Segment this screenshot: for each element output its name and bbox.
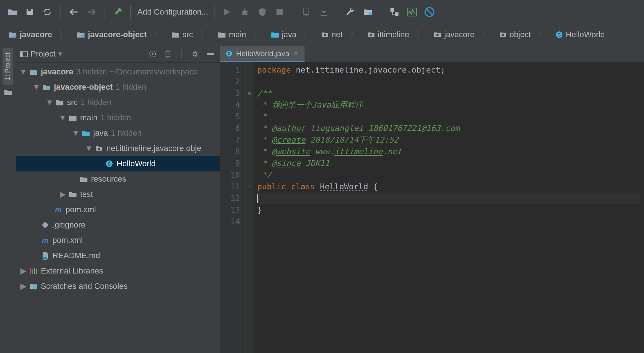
tree-external-libraries[interactable]: ▶ External Libraries — [16, 263, 220, 279]
svg-rect-22 — [207, 53, 214, 55]
power-save-icon[interactable] — [421, 4, 437, 20]
crumb-label: java — [282, 30, 297, 39]
sync-icon[interactable] — [39, 4, 55, 20]
gear-icon[interactable] — [190, 49, 201, 59]
tree-pom-module[interactable]: m pom.xml — [16, 202, 220, 217]
monitor-icon[interactable] — [404, 4, 420, 20]
svg-rect-4 — [390, 8, 394, 12]
svg-rect-23 — [34, 72, 36, 74]
project-tool-tab[interactable]: 1: Project — [3, 48, 13, 85]
project-panel: Project ▾ ▼ javacore 3 hidden ~/Document… — [16, 45, 220, 353]
crumb-helloworld[interactable]: CHelloWorld — [552, 28, 608, 41]
close-icon[interactable]: ✕ — [293, 50, 299, 58]
tree-package[interactable]: ▼ net.ittimeline.javacore.obje — [16, 141, 220, 156]
back-icon[interactable] — [66, 4, 82, 20]
tree-helloworld[interactable]: C HelloWorld — [16, 156, 220, 171]
svg-point-35 — [34, 286, 37, 290]
project-panel-header: Project ▾ — [16, 45, 220, 63]
chevron-down-icon[interactable]: ▼ — [73, 128, 79, 138]
attach-icon[interactable] — [298, 4, 314, 20]
crumb-javacore-object[interactable]: javacore-object〉 — [73, 27, 166, 42]
svg-text:MD: MD — [43, 257, 47, 260]
chevron-down-icon[interactable]: ▼ — [60, 113, 66, 123]
build-icon[interactable] — [110, 4, 126, 20]
svg-rect-31 — [30, 268, 31, 274]
svg-point-21 — [194, 53, 197, 55]
code-content[interactable]: package net.ittimeline.javacore.object; … — [254, 62, 644, 353]
forward-icon[interactable] — [83, 4, 99, 20]
svg-rect-20 — [165, 54, 170, 54]
chevron-down-icon[interactable]: ▼ — [86, 144, 92, 153]
project-view-selector[interactable]: Project ▾ — [20, 49, 62, 59]
svg-rect-8 — [13, 35, 16, 37]
crumb-javacore-pkg[interactable]: javacore〉 — [430, 27, 494, 42]
tree-java[interactable]: ▼ java 1 hidden — [16, 125, 220, 141]
editor-tabs: C HelloWorld.java ✕ — [220, 45, 644, 62]
tree-main[interactable]: ▼ main 1 hidden — [16, 110, 220, 125]
code-editor[interactable]: 1234567891011121314 ⊟ ⊟ package net.itti… — [220, 62, 644, 353]
svg-rect-32 — [32, 269, 33, 274]
tree-src[interactable]: ▼ src 1 hidden — [16, 95, 220, 110]
chevron-right-icon[interactable]: ▶ — [20, 266, 26, 276]
tree-root[interactable]: ▼ javacore 3 hidden ~/Documents/workspac… — [16, 64, 220, 79]
wrench-icon[interactable] — [342, 4, 358, 20]
crumb-net[interactable]: net〉 — [318, 27, 362, 42]
svg-rect-9 — [81, 35, 84, 37]
editor-tab-helloworld[interactable]: C HelloWorld.java ✕ — [220, 46, 305, 62]
chevron-down-icon[interactable]: ▼ — [20, 67, 26, 77]
chevron-right-icon[interactable]: ▶ — [20, 282, 26, 291]
line-numbers: 1234567891011121314 — [220, 62, 246, 353]
tree-scratches[interactable]: ▶ Scratches and Consoles — [16, 279, 220, 294]
project-tree[interactable]: ▼ javacore 3 hidden ~/Documents/workspac… — [16, 63, 220, 353]
tree-resources[interactable]: resources — [16, 171, 220, 187]
run-icon[interactable] — [219, 4, 235, 20]
left-tool-gutter: 1: Project — [0, 45, 16, 353]
text-caret — [257, 194, 258, 203]
panel-separator — [181, 50, 182, 58]
tree-test[interactable]: ▶ test — [16, 187, 220, 202]
tree-module[interactable]: ▼ javacore-object 1 hidden — [16, 79, 220, 95]
toolbar-separator — [337, 5, 337, 19]
svg-rect-28 — [84, 180, 87, 182]
download-icon[interactable] — [316, 4, 332, 20]
crumb-object[interactable]: object〉 — [496, 27, 551, 42]
fold-gutter[interactable]: ⊟ ⊟ — [246, 62, 254, 353]
locate-icon[interactable] — [147, 49, 158, 59]
tree-pom-root[interactable]: m pom.xml — [16, 233, 220, 248]
crumb-src[interactable]: src〉 — [168, 27, 213, 42]
vcs-icon[interactable] — [386, 4, 402, 20]
svg-text:C: C — [558, 32, 561, 38]
crumb-ittimeline[interactable]: ittimeline〉 — [364, 27, 429, 42]
chevron-down-icon[interactable]: ▼ — [47, 98, 52, 107]
svg-rect-34 — [36, 269, 37, 274]
expand-all-icon[interactable] — [162, 49, 173, 59]
svg-rect-5 — [395, 12, 398, 16]
coverage-icon[interactable] — [254, 4, 270, 20]
svg-point-13 — [502, 34, 504, 36]
chevron-right-icon[interactable]: ▶ — [60, 190, 66, 199]
toolbar-separator — [60, 5, 61, 19]
crumb-label: javacore — [20, 30, 52, 39]
svg-point-11 — [370, 34, 372, 36]
tree-gitignore[interactable]: .gitignore — [16, 217, 220, 233]
open-icon[interactable] — [4, 4, 20, 20]
toolbar-separator — [381, 5, 381, 19]
svg-rect-24 — [47, 88, 50, 90]
crumb-label: ittimeline — [378, 30, 409, 39]
crumb-java[interactable]: java〉 — [267, 27, 316, 42]
stop-icon[interactable] — [272, 4, 288, 20]
project-structure-icon[interactable] — [360, 4, 376, 20]
run-configuration-dropdown[interactable]: Add Configuration... — [130, 5, 215, 19]
crumb-label: object — [510, 30, 531, 39]
minimize-icon[interactable] — [205, 49, 216, 59]
save-all-icon[interactable] — [22, 4, 38, 20]
tab-label: HelloWorld.java — [236, 49, 290, 58]
tree-readme[interactable]: MD README.md — [16, 248, 220, 263]
svg-rect-3 — [369, 12, 372, 15]
chevron-down-icon[interactable]: ▼ — [34, 82, 39, 92]
structure-tool-icon[interactable] — [4, 89, 12, 96]
crumb-javacore[interactable]: javacore〉 — [5, 27, 72, 42]
toolbar-separator — [293, 5, 293, 19]
crumb-main[interactable]: main〉 — [214, 27, 266, 42]
debug-icon[interactable] — [237, 4, 253, 20]
